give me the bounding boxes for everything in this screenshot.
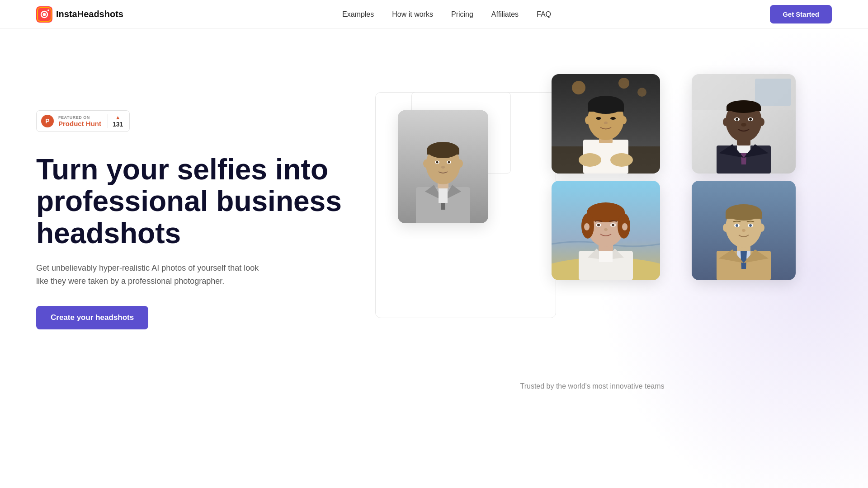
- svg-point-19: [448, 161, 450, 164]
- svg-point-59: [584, 223, 590, 230]
- svg-point-35: [597, 117, 600, 119]
- hero-subtitle: Get unbelievably hyper-realistic AI phot…: [36, 262, 271, 288]
- svg-point-58: [604, 228, 608, 231]
- svg-point-20: [441, 166, 445, 169]
- product-hunt-featured-label: FEATURED ON: [58, 115, 101, 120]
- upvote-arrow-icon: ▲: [115, 114, 121, 121]
- trusted-text: Trusted by the world's most innovative t…: [520, 382, 664, 390]
- nav-links: Examples How it works Pricing Affiliates…: [342, 10, 551, 19]
- svg-point-4: [47, 9, 49, 11]
- svg-point-57: [612, 224, 614, 226]
- nav-affiliates[interactable]: Affiliates: [491, 10, 519, 18]
- svg-point-56: [597, 224, 600, 226]
- product-hunt-count: ▲ 131: [108, 114, 123, 128]
- logo-link[interactable]: InstaHeadshots: [36, 6, 123, 23]
- svg-point-41: [610, 153, 633, 167]
- svg-point-78: [723, 118, 728, 126]
- svg-point-79: [759, 118, 764, 126]
- nav-get-started-button[interactable]: Get Started: [770, 5, 832, 23]
- svg-point-93: [749, 224, 752, 227]
- hero-title: Turn your selfies into professional busi…: [36, 154, 353, 249]
- svg-rect-15: [427, 150, 459, 155]
- svg-point-26: [637, 88, 646, 97]
- logo-icon: [36, 6, 52, 23]
- svg-point-3: [43, 13, 46, 16]
- svg-rect-63: [755, 79, 791, 106]
- product-hunt-logo: P: [41, 115, 54, 127]
- svg-point-76: [749, 118, 752, 121]
- photo-center-man: [398, 110, 488, 223]
- svg-point-60: [622, 223, 627, 230]
- product-hunt-name: Product Hunt: [58, 120, 101, 127]
- photo-asian-man: [552, 74, 660, 174]
- logo-text: InstaHeadshots: [56, 9, 123, 19]
- photo-black-man: [692, 74, 796, 174]
- trusted-bar: Trusted by the world's most innovative t…: [520, 382, 664, 390]
- svg-point-18: [436, 161, 439, 164]
- svg-point-37: [604, 122, 608, 124]
- photos-right-col1: [552, 74, 660, 280]
- svg-point-40: [579, 153, 601, 167]
- photos-right-col2: [692, 74, 796, 280]
- svg-point-92: [736, 224, 738, 227]
- photo-woman-auburn: [552, 181, 660, 280]
- svg-point-96: [759, 224, 764, 232]
- svg-point-21: [423, 160, 429, 168]
- svg-point-75: [736, 118, 738, 121]
- nav-faq[interactable]: FAQ: [537, 10, 551, 18]
- svg-point-39: [621, 116, 627, 124]
- svg-point-25: [618, 78, 629, 89]
- photo-young-man-blazer: [692, 181, 796, 280]
- nav-pricing[interactable]: Pricing: [451, 10, 473, 18]
- navbar: InstaHeadshots Examples How it works Pri…: [0, 0, 868, 29]
- hero-cta-button[interactable]: Create your headshots: [36, 306, 148, 329]
- svg-point-36: [611, 117, 615, 119]
- center-photo-svg: [398, 110, 488, 223]
- svg-point-22: [458, 160, 463, 168]
- svg-point-95: [723, 224, 728, 232]
- product-hunt-text: FEATURED ON Product Hunt: [58, 115, 101, 127]
- svg-point-77: [741, 123, 746, 127]
- svg-marker-83: [741, 251, 747, 269]
- hero-content: P FEATURED ON Product Hunt ▲ 131 Turn yo…: [36, 56, 353, 329]
- svg-point-38: [585, 116, 590, 124]
- svg-point-24: [572, 81, 585, 94]
- svg-rect-72: [726, 107, 761, 111]
- nav-examples[interactable]: Examples: [342, 10, 374, 18]
- product-hunt-number: 131: [113, 121, 123, 128]
- svg-rect-32: [588, 105, 624, 112]
- hero-photos: Trusted by the world's most innovative t…: [353, 65, 832, 418]
- svg-point-94: [742, 229, 745, 232]
- hero-section: P FEATURED ON Product Hunt ▲ 131 Turn yo…: [0, 29, 868, 436]
- nav-how-it-works[interactable]: How it works: [392, 10, 433, 18]
- product-hunt-badge[interactable]: P FEATURED ON Product Hunt ▲ 131: [36, 110, 130, 132]
